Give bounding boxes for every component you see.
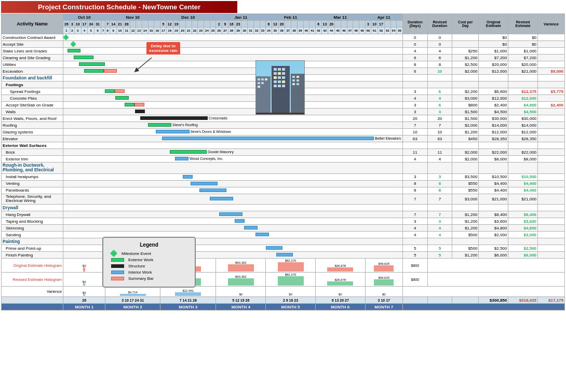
hist-rev-jan: $60,302 [216, 273, 266, 287]
week-10-oct: 10 [74, 21, 81, 28]
hist-rev-label: Revised Estimate Histogram [2, 273, 63, 287]
legend-item-interior: Interior Work [111, 270, 187, 275]
hist-orig-label: Original Estimate Histogram [2, 259, 63, 273]
week-20-feb: 20 [278, 21, 285, 28]
bar-sf-pink [115, 89, 125, 93]
svg-rect-10 [278, 76, 281, 79]
page-title: Project Construction Schedule - NewTowne… [38, 3, 200, 11]
gantt-area-6 [63, 68, 403, 75]
activity-name: Clearing and Site Grading [2, 55, 63, 61]
row-drywall-cat: Drywall [2, 205, 565, 211]
svg-rect-8 [282, 72, 285, 75]
gantt-area-heat [63, 173, 403, 180]
total-feb-days: 2 9 16 23 [266, 297, 316, 304]
row-glazing: Glazing systems Ilene's Doors & Windows … [2, 129, 565, 136]
gantt-area-slab [63, 102, 403, 109]
row-painting-cat: Painting [2, 238, 565, 245]
hist-var-dec: $12,461 [160, 287, 216, 297]
week-24-oct: 24 [88, 21, 95, 28]
label-crossroads: Crossroads [209, 116, 227, 120]
hist-var-jan: $0 [216, 287, 266, 297]
hist-orig-mar-bar [327, 267, 353, 272]
category-drywall: Drywall [2, 205, 63, 211]
activity-roofing: Roofing [2, 122, 63, 129]
week-21-nov: 21 [117, 21, 124, 28]
activity-ext-trim: Exterior trim [2, 156, 63, 163]
row-elevator: Elevator Better Elevators 63 63 $450 $28… [2, 136, 565, 142]
hist-rev-mar-bar [327, 281, 353, 286]
label-wood-concepts: Wood Concepts, Inc. [190, 157, 223, 160]
revised-duration-header: RevisedDuration [427, 14, 452, 34]
row-contract-award: Construction Contract Award 0 0 $0 $0 [2, 34, 565, 41]
hist-orig-jan: $60,302 [216, 259, 266, 273]
subcategory-footings: Footings [2, 82, 63, 88]
activity-name: Excavation [2, 68, 63, 75]
svg-rect-6 [274, 72, 277, 75]
week-23-jan: 23 [235, 21, 241, 28]
row-roofing: Roofing Steve's Roofing 7 7 $2,000 $14,0… [2, 122, 565, 129]
revised-estimate-header: RevisedEstimate [508, 14, 538, 34]
milestone-diamond-2 [70, 41, 76, 47]
row-panelboards: Panelboards 8 8 $550 $4,400 $4,400 [2, 187, 565, 194]
orig-estimate-header: OriginalEstimate [479, 14, 508, 34]
week-3-apr: 3 [365, 21, 371, 28]
total-mar-days: 6 13 20 27 [315, 297, 365, 304]
gantt-area-1 [63, 34, 403, 41]
bar-sf-green [105, 89, 115, 93]
hist-orig-feb: $82,370 [266, 259, 316, 273]
week-13-mar: 13 [321, 21, 328, 28]
gantt-area-walls [63, 109, 403, 115]
activity-elevator: Elevator [2, 136, 63, 142]
hist-rev-feb: $82,370 [266, 273, 316, 287]
gantt-table: Activity Name Oct 10 Nov 10 Dec 10 Jan 1… [1, 13, 565, 310]
label-ilenes: Ilene's Doors & Windows [191, 130, 231, 133]
week-9-jan: 9 [222, 21, 228, 28]
svg-rect-30 [292, 83, 295, 85]
hist-var-oct-bar [83, 294, 85, 296]
bar-glazing [156, 130, 190, 133]
week-1-oct [101, 21, 105, 28]
bar-elevator [162, 137, 374, 140]
cost-day-1 [452, 34, 479, 41]
week-6-feb: 6 [266, 21, 272, 28]
gantt-area-hang [63, 211, 403, 218]
hist-rev-apr: $49,625 [365, 273, 402, 287]
total-jan-days: 5 12 19 26 [216, 297, 266, 304]
bar-slab-green [125, 103, 134, 106]
week-19-dec: 19 [173, 21, 180, 28]
row-venting: Venting 8 8 $550 $4,400 $4,400 [2, 180, 565, 187]
svg-rect-3 [274, 68, 277, 71]
hist-rev-jan-bar [228, 278, 254, 286]
bar-erect [140, 116, 208, 120]
bar-prime [266, 246, 282, 250]
gantt-area-trim: Wood Concepts, Inc. [63, 156, 403, 163]
gantt-area-tel [63, 194, 403, 205]
month-labels-row: MONTH 1 MONTH 2 MONTH 3 MONTH 4 MONTH 5 … [2, 304, 565, 310]
bar-clearing [74, 56, 93, 59]
bar-hang-drywall [219, 212, 242, 216]
activity-brick: Brick [2, 149, 63, 156]
total-dec-days: 7 14 21 28 [160, 297, 216, 304]
activity-venting: Venting [2, 180, 63, 187]
legend-item-milestone: Milestone Event [111, 251, 187, 256]
hist-orig-jan-bar [228, 264, 254, 272]
svg-rect-32 [256, 113, 305, 115]
hist-rev-apr-bar [374, 279, 394, 286]
building-svg [256, 61, 305, 115]
month-mar: Mar 11 [315, 14, 365, 21]
svg-rect-23 [261, 82, 264, 84]
svg-rect-19 [258, 78, 260, 80]
hist-var-label: Varience [2, 287, 63, 297]
hist-rev-oct: $0 [63, 273, 105, 287]
gantt-area-vent [63, 180, 403, 187]
bar-telephone [210, 197, 233, 200]
svg-rect-9 [274, 76, 277, 79]
legend-summary-label: Summary Bar [128, 276, 154, 281]
week-17-apr: 17 [378, 21, 385, 28]
legend-milestone-label: Milestone Event [122, 251, 151, 256]
activity-accept-slab: Accept SiteSlab on Grade [2, 102, 63, 109]
bar-taping [235, 219, 245, 223]
legend-item-exterior: Exterior Work [111, 258, 187, 262]
bar-skimming [244, 226, 258, 229]
bar-sanding [255, 233, 269, 236]
